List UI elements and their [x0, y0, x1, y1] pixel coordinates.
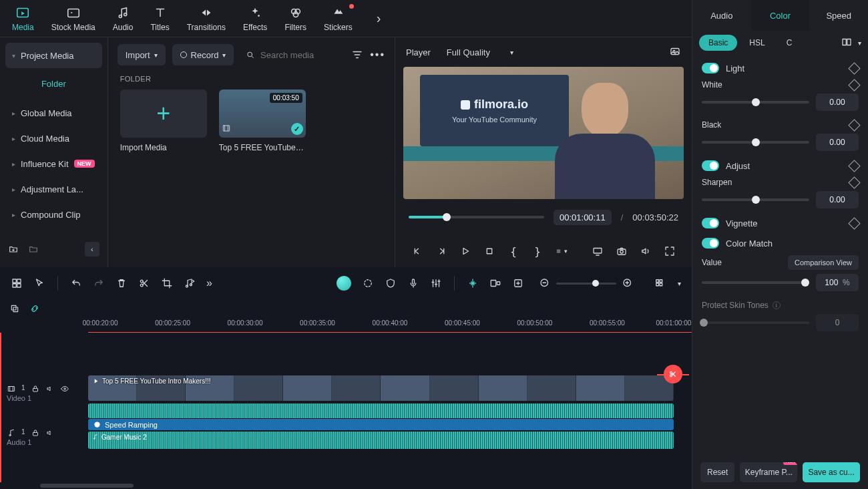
marker-shield-icon[interactable]: [385, 277, 397, 289]
player-progress[interactable]: [409, 216, 544, 218]
chevron-down-icon[interactable]: ▾: [678, 280, 681, 287]
sharpen-slider[interactable]: [702, 198, 809, 201]
save-custom-button[interactable]: Save as cu...: [803, 462, 860, 482]
video-audio-wave[interactable]: [88, 403, 674, 418]
zoom-in-icon[interactable]: [622, 277, 634, 289]
player-quality-select[interactable]: Full Quality▾: [440, 42, 520, 62]
more-tools-icon[interactable]: »: [206, 277, 218, 289]
reset-button[interactable]: Reset: [700, 462, 734, 482]
lock-icon[interactable]: [31, 384, 40, 393]
keyframe-icon[interactable]: [848, 79, 860, 91]
import-button[interactable]: Import▾: [118, 44, 166, 65]
subtab-hsl[interactable]: HSL: [740, 35, 774, 51]
nav-transitions[interactable]: Transitions: [187, 5, 226, 32]
subtab-curves[interactable]: C: [777, 35, 796, 51]
nav-effects[interactable]: Effects: [243, 5, 267, 32]
eye-icon[interactable]: [60, 384, 69, 393]
subtab-basic[interactable]: Basic: [699, 35, 737, 51]
value-slider[interactable]: [702, 281, 809, 284]
more-icon[interactable]: •••: [370, 49, 385, 61]
keyframe-icon[interactable]: [848, 62, 860, 74]
sidebar-global-media[interactable]: ▸Global Media: [5, 100, 102, 126]
zoom-slider[interactable]: [556, 283, 616, 285]
prev-frame-icon[interactable]: [411, 245, 423, 257]
vignette-toggle[interactable]: [702, 218, 719, 228]
color-wheel-icon[interactable]: [362, 277, 374, 289]
ai-assist-icon[interactable]: [337, 276, 351, 291]
nav-stock-media[interactable]: Stock Media: [51, 5, 95, 32]
timeline-hscroll[interactable]: [0, 482, 692, 489]
keyframe-icon[interactable]: [848, 160, 860, 172]
info-icon[interactable]: i: [773, 301, 781, 309]
scissors-tool-icon[interactable]: [664, 365, 682, 383]
nav-media[interactable]: Media: [12, 5, 34, 32]
snapshot-image-icon[interactable]: [669, 45, 681, 59]
duplicate-icon[interactable]: [9, 303, 20, 314]
next-frame-icon[interactable]: [435, 245, 447, 257]
timeline-ruler[interactable]: 00:00:20:00 00:00:25:00 00:00:30:00 00:0…: [88, 318, 692, 333]
protect-value[interactable]: 0: [816, 314, 859, 331]
volume-icon[interactable]: [640, 245, 652, 257]
sidebar-project-media[interactable]: ▾ Project Media: [5, 43, 102, 68]
protect-slider[interactable]: [702, 321, 809, 324]
value-value[interactable]: 100 %: [816, 274, 859, 291]
cursor-icon[interactable]: [33, 277, 45, 289]
sidebar-adjustment-layer[interactable]: ▸Adjustment La...: [5, 176, 102, 202]
play-icon[interactable]: [459, 245, 471, 257]
keyframe-icon[interactable]: [848, 176, 860, 188]
camera-icon[interactable]: [616, 245, 628, 257]
voiceover-icon[interactable]: [407, 277, 419, 289]
record-button[interactable]: Record▾: [172, 44, 234, 65]
nav-filters[interactable]: Filters: [284, 5, 306, 32]
player-viewport[interactable]: filmora.io Your YouTube Community: [403, 67, 684, 199]
nav-titles[interactable]: Titles: [150, 5, 169, 32]
display-icon[interactable]: [592, 245, 604, 257]
add-marker-icon[interactable]: [512, 277, 524, 289]
media-search-input[interactable]: [260, 50, 339, 60]
nav-more-chevron-icon[interactable]: ›: [377, 11, 381, 26]
video-track-header[interactable]: 1 Video 1: [0, 374, 88, 403]
tab-audio[interactable]: Audio: [692, 0, 751, 31]
fullscreen-icon[interactable]: [664, 245, 676, 257]
audio-speed-clip[interactable]: Speed Ramping: [88, 419, 674, 430]
comparison-view-button[interactable]: Comparison View: [788, 255, 859, 270]
keyframe-path-button[interactable]: Keyframe P...NEW: [740, 462, 797, 482]
filter-icon[interactable]: [351, 49, 363, 61]
stop-icon[interactable]: [483, 245, 495, 257]
black-slider[interactable]: [702, 141, 809, 144]
split-icon[interactable]: [138, 277, 150, 289]
nav-stickers[interactable]: Stickers: [324, 5, 353, 32]
playhead[interactable]: [0, 333, 1, 482]
mixer-icon[interactable]: [430, 277, 442, 289]
redo-icon[interactable]: [93, 277, 105, 289]
speed-icon[interactable]: [184, 277, 196, 289]
nav-audio[interactable]: Audio: [113, 5, 134, 32]
crop-icon[interactable]: [161, 277, 173, 289]
keyframe-icon[interactable]: [848, 119, 860, 131]
mark-in-icon[interactable]: {: [507, 245, 519, 257]
sharpen-value[interactable]: 0.00: [816, 191, 859, 208]
link-track-icon[interactable]: [489, 277, 501, 289]
sidebar-collapse-button[interactable]: ‹: [85, 242, 99, 257]
zoom-out-icon[interactable]: [539, 277, 551, 289]
black-value[interactable]: 0.00: [816, 134, 859, 151]
color-match-toggle[interactable]: [702, 238, 719, 249]
tab-color[interactable]: Color: [751, 0, 810, 31]
light-toggle[interactable]: [702, 63, 719, 73]
sidebar-compound-clip[interactable]: ▸Compound Clip: [5, 202, 102, 227]
layout-icon[interactable]: [11, 277, 23, 289]
tab-speed[interactable]: Speed: [809, 0, 868, 31]
compare-view-icon[interactable]: [841, 36, 853, 50]
import-media-card[interactable]: + Import Media: [120, 90, 207, 152]
link-icon[interactable]: [29, 303, 40, 314]
sidebar-influence-kit[interactable]: ▸Influence KitNEW: [5, 151, 102, 176]
adjust-toggle[interactable]: [702, 160, 719, 171]
media-search[interactable]: [240, 44, 345, 65]
playback-options-icon[interactable]: ▾: [556, 245, 568, 257]
new-folder-icon[interactable]: [8, 244, 19, 255]
delete-icon[interactable]: [116, 277, 128, 289]
video-lane[interactable]: Top 5 FREE YouTube Intro Makers!!!: [88, 374, 692, 403]
chevron-down-icon[interactable]: ▾: [858, 39, 861, 47]
keyframe-icon[interactable]: [848, 217, 860, 229]
mute-icon[interactable]: [45, 384, 55, 393]
